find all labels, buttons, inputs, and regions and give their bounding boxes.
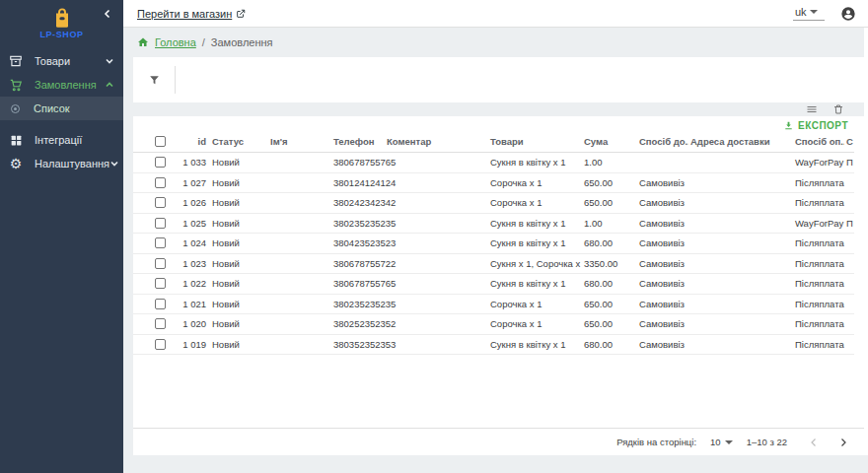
cell-delivery-address — [688, 193, 793, 213]
column-header-phone[interactable]: Телефон — [331, 131, 385, 152]
column-header-status[interactable]: Статус — [210, 131, 268, 152]
cell-products: Сорочка x 1 — [488, 193, 582, 213]
breadcrumb: Головна / Замовлення — [123, 28, 868, 57]
row-checkbox[interactable] — [155, 157, 166, 168]
language-select[interactable]: uk — [793, 6, 825, 21]
cell-payment-method: Післяплата — [793, 234, 844, 253]
cell-comment — [385, 173, 488, 193]
row-checkbox-cell — [133, 254, 173, 274]
row-checkbox[interactable] — [155, 339, 166, 350]
column-header-sum[interactable]: Сума — [582, 131, 637, 152]
column-header-payment-status[interactable]: С — [844, 131, 854, 152]
cell-status: Новий — [210, 214, 268, 234]
column-header-delivery-method[interactable]: Спосіб до... — [637, 131, 688, 152]
table-row[interactable]: 1 020 Новий 380252352352 Сорочка x 1 650… — [133, 314, 854, 335]
chevron-up-icon — [104, 79, 115, 91]
cell-delivery-method: Самовивіз — [637, 295, 688, 314]
cell-products: Сукня в квітку x 1 — [488, 274, 582, 294]
cell-delivery-address — [688, 173, 793, 193]
column-header-comment[interactable]: Коментар — [385, 131, 488, 152]
cell-delivery-address — [688, 274, 793, 294]
sidebar-item-integrations[interactable]: Інтеграції — [0, 128, 123, 152]
cell-delivery-method — [637, 153, 688, 172]
row-checkbox[interactable] — [155, 177, 166, 188]
column-header-products[interactable]: Товари — [488, 131, 582, 152]
cell-delivery-method: Самовивіз — [637, 193, 688, 213]
table-actions-row — [123, 102, 868, 116]
cell-payment-method: Післяплата — [793, 314, 844, 334]
cell-sum: 680.00 — [582, 274, 637, 294]
filter-icon[interactable] — [133, 74, 175, 87]
cell-delivery-address — [688, 295, 793, 314]
go-to-store-link[interactable]: Перейти в магазин — [137, 8, 246, 20]
cell-comment — [385, 335, 488, 355]
column-header-delivery-address[interactable]: Адреса доставки — [688, 131, 793, 152]
export-label: ЕКСПОРТ — [798, 120, 848, 131]
table-row[interactable]: 1 025 Новий 380235235235 Сукня в квітку … — [133, 214, 854, 235]
cell-name — [268, 274, 331, 294]
account-icon[interactable] — [840, 6, 856, 22]
sidebar-item-settings[interactable]: ⚙ Налаштування — [0, 152, 123, 175]
row-checkbox[interactable] — [155, 318, 166, 329]
row-checkbox[interactable] — [155, 278, 166, 289]
sidebar-item-orders-list[interactable]: Список — [0, 97, 123, 120]
rows-per-page-value: 10 — [710, 437, 721, 447]
vertical-scrollbar[interactable] — [864, 28, 868, 455]
cell-phone: 380352352353 — [331, 335, 385, 355]
density-icon[interactable] — [805, 103, 818, 116]
column-header-id[interactable]: id — [173, 131, 210, 152]
cell-payment-status — [844, 274, 854, 294]
table-row[interactable]: 1 033 Новий 380678755765 Сукня в квітку … — [133, 153, 854, 173]
rows-per-page-label: Рядків на сторінці: — [616, 437, 696, 447]
row-checkbox-cell — [133, 153, 173, 172]
cell-phone: 380423523523 — [331, 234, 385, 253]
row-checkbox-cell — [133, 295, 173, 314]
table-row[interactable]: 1 021 Новий 380235235235 Сорочка x 1 650… — [133, 295, 854, 315]
caret-down-icon — [725, 440, 733, 444]
cell-payment-status — [844, 314, 854, 334]
cell-phone: 380678755765 — [331, 274, 385, 294]
row-checkbox[interactable] — [155, 258, 166, 269]
previous-page-icon — [807, 436, 821, 449]
sidebar-item-products[interactable]: Товари — [0, 49, 123, 73]
cell-sum: 680.00 — [582, 234, 637, 253]
cell-id: 1 023 — [173, 254, 210, 274]
chevron-down-icon — [109, 158, 119, 169]
cell-name — [268, 173, 331, 193]
table-row[interactable]: 1 022 Новий 380678755765 Сукня в квітку … — [133, 274, 854, 295]
breadcrumb-home-link[interactable]: Головна — [155, 36, 196, 48]
row-checkbox[interactable] — [155, 197, 166, 208]
table-row[interactable]: 1 027 Новий 380124124124 Сорочка x 1 650… — [133, 173, 854, 194]
table-row[interactable]: 1 019 Новий 380352352353 Сукня в квітку … — [133, 335, 854, 356]
table-row[interactable]: 1 026 Новий 380242342342 Сорочка x 1 650… — [133, 193, 854, 214]
rows-per-page-select[interactable]: 10 — [710, 437, 733, 447]
column-header-payment-method[interactable]: Спосіб оп... — [793, 131, 844, 152]
sidebar-item-label: Замовлення — [35, 79, 104, 91]
column-header-name[interactable]: Ім'я — [268, 131, 331, 152]
next-page-icon[interactable] — [836, 436, 850, 449]
bottom-strip — [123, 455, 868, 473]
grid-icon — [8, 132, 24, 148]
cell-payment-method: Післяплата — [793, 295, 844, 314]
row-checkbox[interactable] — [155, 218, 166, 229]
row-checkbox[interactable] — [155, 237, 166, 248]
cell-status: Новий — [210, 335, 268, 355]
cell-products: Сукня в квітку x 1 — [488, 153, 582, 172]
trash-icon[interactable] — [832, 103, 844, 116]
cell-sum: 650.00 — [582, 314, 637, 334]
cell-products: Сукня в квітку x 1 — [488, 335, 582, 355]
sidebar-nav: Товари Замовлення Спи — [0, 46, 123, 175]
cell-id: 1 020 — [173, 314, 210, 334]
admin-app: LP-SHOP Товари — [0, 0, 868, 473]
sidebar-item-orders[interactable]: Замовлення — [0, 73, 123, 97]
home-icon — [137, 36, 149, 48]
table-row[interactable]: 1 024 Новий 380423523523 Сукня в квітку … — [133, 234, 854, 254]
row-checkbox[interactable] — [155, 299, 166, 309]
download-icon — [783, 120, 794, 131]
select-all-checkbox[interactable] — [155, 136, 166, 147]
cell-sum: 650.00 — [582, 193, 637, 213]
export-button[interactable]: ЕКСПОРТ — [783, 120, 848, 131]
sidebar-collapse-icon[interactable] — [102, 8, 115, 22]
cell-sum: 680.00 — [582, 335, 637, 355]
table-row[interactable]: 1 023 Новий 380678755722 Сукня x 1, Соро… — [133, 254, 854, 275]
